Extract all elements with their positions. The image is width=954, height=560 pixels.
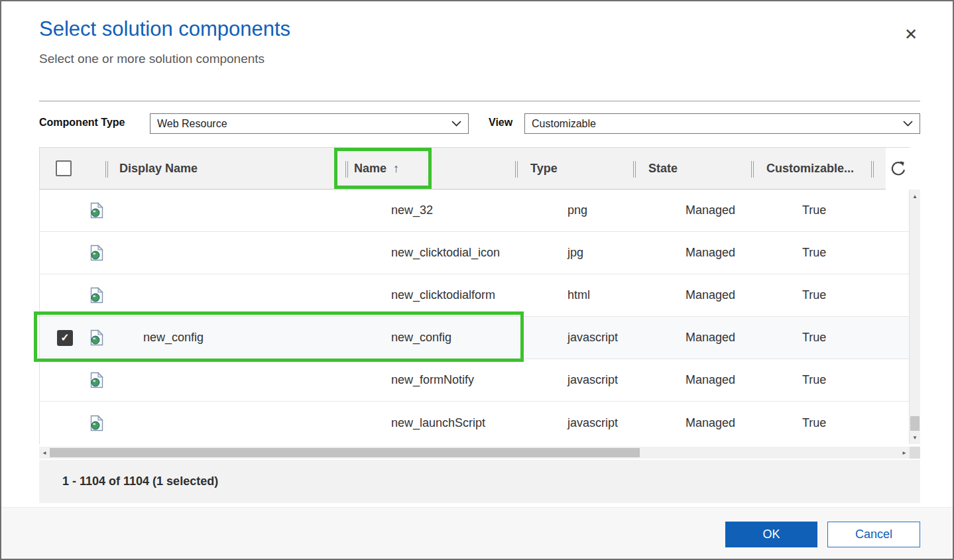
page-title: Select solution components [39,17,290,41]
cell-type: html [554,288,672,302]
web-resource-file-icon [90,202,106,219]
view-value: Customizable [532,118,596,130]
cell-name: new_clicktodial_icon [383,246,554,260]
header-divider [39,101,920,101]
table-header: Display Name Name ↑ Type State Customiza… [39,147,910,190]
column-divider [345,161,348,178]
horizontal-scrollbar-thumb[interactable] [50,448,640,457]
vertical-scrollbar[interactable]: ▲ ▼ [910,190,920,444]
web-resource-file-icon [90,287,106,304]
column-divider [515,161,518,178]
scrollbar-corner [910,447,920,459]
column-header-type[interactable]: Type [530,148,558,189]
cell-display-name: new_config [143,331,383,345]
column-header-display-name[interactable]: Display Name [119,148,198,189]
cell-customizable: True [789,288,909,302]
select-solution-components-dialog: Select solution components Select one or… [0,0,954,560]
cell-customizable: True [789,373,909,387]
table-row-selected[interactable]: ✓ new_config new_config javascript Manag… [40,317,909,359]
component-type-value: Web Resource [157,118,227,130]
web-resource-file-icon [90,245,106,261]
cell-state: Managed [672,331,789,345]
web-resource-file-icon [90,415,106,431]
column-header-customizable[interactable]: Customizable... [766,148,854,189]
cell-name: new_clicktodialform [383,288,554,302]
cell-type: jpg [554,246,672,260]
cell-name: new_launchScript [383,416,554,430]
cell-customizable: True [789,416,909,430]
refresh-button[interactable] [886,148,910,190]
chevron-down-icon [903,121,913,127]
cell-state: Managed [672,373,789,387]
view-label: View [489,117,512,129]
scroll-left-icon[interactable]: ◄ [39,447,50,459]
column-divider [633,161,636,178]
column-divider [871,161,874,178]
cell-type: javascript [554,331,672,345]
horizontal-scrollbar[interactable]: ◄ ► [39,447,910,459]
chevron-down-icon [451,121,461,127]
scroll-down-icon[interactable]: ▼ [910,432,920,443]
dialog-button-bar: OK Cancel [1,507,953,560]
table-body: new_32 png Managed True new_clicktodial_… [39,190,910,444]
cell-name: new_formNotify [383,373,554,387]
check-icon: ✓ [60,331,69,344]
cell-type: javascript [554,416,672,430]
component-type-select[interactable]: Web Resource [150,113,469,134]
view-select[interactable]: Customizable [524,113,920,134]
column-header-state[interactable]: State [648,148,678,189]
cell-customizable: True [789,203,909,217]
web-resource-file-icon [90,372,106,388]
cell-state: Managed [672,288,789,302]
page-subtitle: Select one or more solution components [39,52,265,66]
table-row[interactable]: new_clicktodial_icon jpg Managed True [40,232,909,274]
column-header-name[interactable]: Name ↑ [354,148,399,189]
web-resource-file-icon [90,329,106,346]
ok-button[interactable]: OK [725,522,817,547]
scroll-right-icon[interactable]: ► [899,447,910,459]
vertical-scrollbar-thumb[interactable] [910,416,920,431]
column-divider [105,161,108,178]
record-count-text: 1 - 1104 of 1104 (1 selected) [62,475,218,488]
cell-type: javascript [554,373,672,387]
record-count-bar: 1 - 1104 of 1104 (1 selected) [39,460,920,503]
table-row[interactable]: new_clicktodialform html Managed True [40,274,909,317]
cancel-button[interactable]: Cancel [827,522,920,547]
cell-state: Managed [672,416,789,430]
cell-name: new_32 [383,203,554,217]
row-checkbox-checked[interactable]: ✓ [57,330,73,346]
cell-customizable: True [789,246,909,260]
sort-ascending-icon: ↑ [393,162,399,176]
cell-state: Managed [672,246,789,260]
select-all-checkbox[interactable] [56,160,72,176]
refresh-icon [888,159,908,179]
scroll-up-icon[interactable]: ▲ [910,191,920,201]
component-type-label: Component Type [39,117,125,129]
table-row[interactable]: new_32 png Managed True [40,190,909,232]
column-divider [751,161,754,178]
cell-type: png [554,203,672,217]
table-row[interactable]: new_formNotify javascript Managed True [40,359,909,402]
cell-name: new_config [383,331,554,345]
cell-customizable: True [789,331,909,345]
cell-state: Managed [672,203,789,217]
table-row[interactable]: new_launchScript javascript Managed True [40,402,909,444]
close-icon[interactable]: ✕ [900,24,922,45]
